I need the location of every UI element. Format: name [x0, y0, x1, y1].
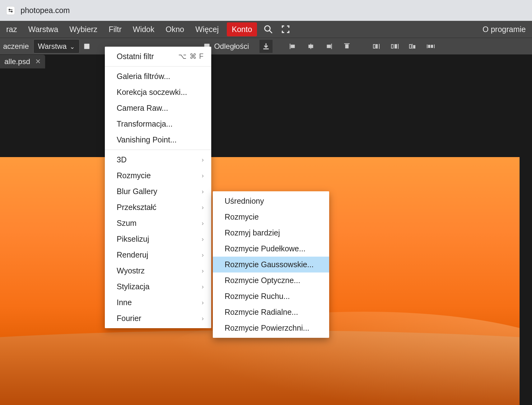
- svg-rect-12: [327, 45, 331, 48]
- search-icon[interactable]: [262, 23, 274, 35]
- submenu-lens-blur[interactable]: Rozmycie Optyczne...: [213, 272, 329, 288]
- menu-stylize[interactable]: Stylizacja›: [105, 279, 211, 295]
- menu-about[interactable]: O programie: [477, 22, 531, 37]
- menu-lens-correction[interactable]: Korekcja soczewki...: [105, 84, 211, 100]
- url-text[interactable]: photopea.com: [21, 6, 70, 15]
- menu-divider: [105, 150, 211, 150]
- menu-last-filter-label: Ostatni filtr: [117, 52, 154, 61]
- menu-distort[interactable]: Przekształć›: [105, 199, 211, 215]
- chevron-right-icon: ›: [202, 156, 204, 163]
- filter-dropdown-menu: Ostatni filtr ⌥ ⌘ F Galeria filtrów... K…: [105, 47, 211, 328]
- submenu-gaussian-blur[interactable]: Rozmycie Gaussowskie...: [213, 257, 329, 272]
- chevron-down-icon: [70, 42, 75, 51]
- menu-noise[interactable]: Szum›: [105, 215, 211, 231]
- chevron-right-icon: ›: [202, 251, 204, 258]
- menu-okno[interactable]: Okno: [160, 22, 190, 37]
- download-icon[interactable]: [259, 40, 273, 53]
- chevron-right-icon: ›: [202, 315, 204, 322]
- fullscreen-icon[interactable]: [279, 23, 292, 35]
- svg-rect-18: [391, 44, 393, 48]
- menu-wiecej[interactable]: Więcej: [190, 22, 224, 37]
- align-right-icon[interactable]: [322, 40, 335, 52]
- submenu-surface-blur[interactable]: Rozmycie Powierzchni...: [213, 320, 329, 336]
- layer-select-label: Warstwa: [38, 42, 67, 51]
- menu-other[interactable]: Inne›: [105, 295, 211, 310]
- menu-pixelate[interactable]: Pikselizuj›: [105, 231, 211, 247]
- chevron-right-icon: ›: [202, 299, 204, 306]
- checkbox-1[interactable]: [84, 44, 90, 49]
- menu-vanishing-point[interactable]: Vanishing Point...: [105, 132, 211, 148]
- menu-render[interactable]: Renderuj›: [105, 247, 211, 263]
- svg-rect-19: [395, 44, 397, 48]
- main-menubar: raz Warstwa Wybierz Filtr Widok Okno Wię…: [0, 21, 532, 38]
- svg-rect-16: [376, 44, 377, 48]
- layer-select[interactable]: Warstwa: [33, 39, 80, 54]
- file-tab-label: alle.psd: [4, 57, 30, 66]
- svg-point-4: [265, 26, 270, 31]
- svg-rect-8: [291, 45, 295, 48]
- submenu-box-blur[interactable]: Rozmycie Pudełkowe...: [213, 241, 329, 257]
- menu-filter-gallery[interactable]: Galeria filtrów...: [105, 68, 211, 84]
- menu-widok[interactable]: Widok: [127, 22, 160, 37]
- svg-point-0: [9, 9, 10, 10]
- menu-3d[interactable]: 3D›: [105, 152, 211, 168]
- svg-rect-10: [309, 45, 313, 48]
- menu-last-filter[interactable]: Ostatni filtr ⌥ ⌘ F: [105, 49, 211, 64]
- svg-rect-15: [373, 44, 375, 48]
- distribute-4-icon[interactable]: [424, 40, 437, 52]
- svg-rect-25: [428, 45, 430, 48]
- options-toolbar: aczenie Warstwa Odległości: [0, 38, 532, 54]
- svg-rect-22: [413, 45, 415, 48]
- menu-blur[interactable]: Rozmycie›: [105, 168, 211, 184]
- menu-fourier[interactable]: Fourier›: [105, 310, 211, 326]
- svg-rect-26: [431, 45, 433, 48]
- menu-filtr[interactable]: Filtr: [103, 22, 127, 37]
- menu-account[interactable]: Konto: [227, 22, 257, 36]
- chevron-right-icon: ›: [202, 220, 204, 227]
- menu-obraz[interactable]: raz: [1, 22, 23, 37]
- chevron-right-icon: ›: [202, 172, 204, 179]
- chevron-right-icon: ›: [202, 235, 204, 243]
- menu-divider: [105, 66, 211, 67]
- toolbar-label-1: aczenie: [3, 42, 29, 51]
- align-hcenter-icon[interactable]: [304, 40, 317, 52]
- menu-blur-gallery[interactable]: Blur Gallery›: [105, 184, 211, 199]
- submenu-blur[interactable]: Rozmycie: [213, 209, 329, 225]
- align-top-icon[interactable]: [340, 40, 353, 52]
- close-tab-icon[interactable]: ✕: [35, 58, 41, 66]
- menu-sharpen[interactable]: Wyostrz›: [105, 263, 211, 279]
- menu-warstwa[interactable]: Warstwa: [23, 22, 64, 37]
- chevron-right-icon: ›: [202, 267, 204, 274]
- distance-label: Odległości: [214, 42, 249, 51]
- blur-submenu: Uśredniony Rozmycie Rozmyj bardziej Rozm…: [213, 191, 329, 338]
- svg-line-5: [269, 30, 272, 33]
- browser-address-bar: photopea.com: [0, 0, 532, 21]
- document-tabs: alle.psd ✕: [0, 54, 532, 69]
- submenu-blur-more[interactable]: Rozmyj bardziej: [213, 225, 329, 241]
- chevron-right-icon: ›: [202, 204, 204, 211]
- svg-rect-21: [409, 44, 411, 48]
- svg-point-2: [11, 11, 12, 12]
- svg-rect-6: [264, 48, 269, 49]
- distribute-2-icon[interactable]: [388, 40, 401, 52]
- menu-camera-raw[interactable]: Camera Raw...: [105, 100, 211, 116]
- align-left-icon[interactable]: [286, 40, 299, 52]
- distribute-1-icon[interactable]: [370, 40, 383, 52]
- svg-rect-14: [346, 44, 348, 48]
- submenu-radial-blur[interactable]: Rozmycie Radialne...: [213, 304, 329, 320]
- chevron-right-icon: ›: [202, 283, 204, 290]
- submenu-motion-blur[interactable]: Rozmycie Ruchu...: [213, 288, 329, 304]
- chevron-right-icon: ›: [202, 188, 204, 195]
- menu-transform[interactable]: Transformacja...: [105, 116, 211, 132]
- file-tab[interactable]: alle.psd ✕: [0, 55, 45, 68]
- menu-wybierz[interactable]: Wybierz: [64, 22, 103, 37]
- submenu-average[interactable]: Uśredniony: [213, 193, 329, 209]
- menu-last-filter-shortcut: ⌥ ⌘ F: [178, 52, 204, 61]
- distribute-3-icon[interactable]: [406, 40, 419, 52]
- site-settings-icon[interactable]: [6, 6, 15, 15]
